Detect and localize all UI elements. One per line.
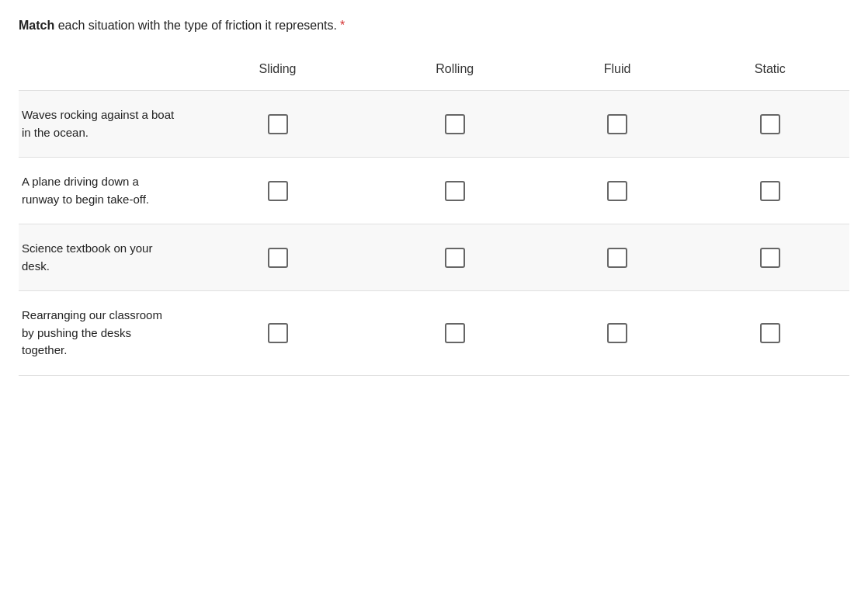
checkbox-row4-sliding[interactable] [268, 323, 288, 343]
cell-row4-sliding [189, 291, 366, 376]
instruction-rest: each situation with the type of friction… [54, 19, 337, 32]
instruction-bold: Match [19, 19, 54, 32]
cell-row4-static [691, 291, 849, 376]
checkbox-row1-fluid[interactable] [607, 114, 627, 134]
question-header: Match each situation with the type of fr… [19, 19, 849, 33]
checkbox-row4-static[interactable] [760, 323, 780, 343]
checkbox-row3-static[interactable] [760, 248, 780, 268]
checkbox-row2-sliding[interactable] [268, 181, 288, 201]
col-header-static: Static [691, 54, 849, 91]
table-row: Science textbook on your desk. [19, 224, 849, 291]
cell-row1-sliding [189, 91, 366, 158]
checkbox-row1-static[interactable] [760, 114, 780, 134]
table-row: Rearranging our classroom by pushing the… [19, 291, 849, 376]
cell-row4-fluid [544, 291, 691, 376]
situation-cell-0: Waves rocking against a boat in the ocea… [19, 91, 189, 158]
checkbox-row1-sliding[interactable] [268, 114, 288, 134]
checkbox-row3-fluid[interactable] [607, 248, 627, 268]
situation-cell-2: Science textbook on your desk. [19, 224, 189, 291]
cell-row2-fluid [544, 158, 691, 224]
checkbox-row2-rolling[interactable] [445, 181, 465, 201]
col-header-fluid: Fluid [544, 54, 691, 91]
table-row: A plane driving down a runway to begin t… [19, 158, 849, 224]
checkbox-row1-rolling[interactable] [445, 114, 465, 134]
checkbox-row2-static[interactable] [760, 181, 780, 201]
cell-row1-fluid [544, 91, 691, 158]
cell-row1-static [691, 91, 849, 158]
cell-row3-static [691, 224, 849, 291]
checkbox-row4-fluid[interactable] [607, 323, 627, 343]
cell-row2-static [691, 158, 849, 224]
checkbox-row4-rolling[interactable] [445, 323, 465, 343]
match-table: Sliding Rolling Fluid Static Waves rocki… [19, 54, 849, 376]
col-header-sliding: Sliding [189, 54, 366, 91]
required-star: * [340, 19, 345, 32]
question-container: Match each situation with the type of fr… [19, 19, 849, 376]
table-header-row: Sliding Rolling Fluid Static [19, 54, 849, 91]
table-row: Waves rocking against a boat in the ocea… [19, 91, 849, 158]
col-header-situation [19, 54, 189, 91]
col-header-rolling: Rolling [366, 54, 544, 91]
situation-cell-1: A plane driving down a runway to begin t… [19, 158, 189, 224]
cell-row2-rolling [366, 158, 544, 224]
situation-cell-3: Rearranging our classroom by pushing the… [19, 291, 189, 376]
checkbox-row2-fluid[interactable] [607, 181, 627, 201]
cell-row4-rolling [366, 291, 544, 376]
checkbox-row3-rolling[interactable] [445, 248, 465, 268]
cell-row2-sliding [189, 158, 366, 224]
checkbox-row3-sliding[interactable] [268, 248, 288, 268]
cell-row3-fluid [544, 224, 691, 291]
cell-row1-rolling [366, 91, 544, 158]
cell-row3-rolling [366, 224, 544, 291]
cell-row3-sliding [189, 224, 366, 291]
